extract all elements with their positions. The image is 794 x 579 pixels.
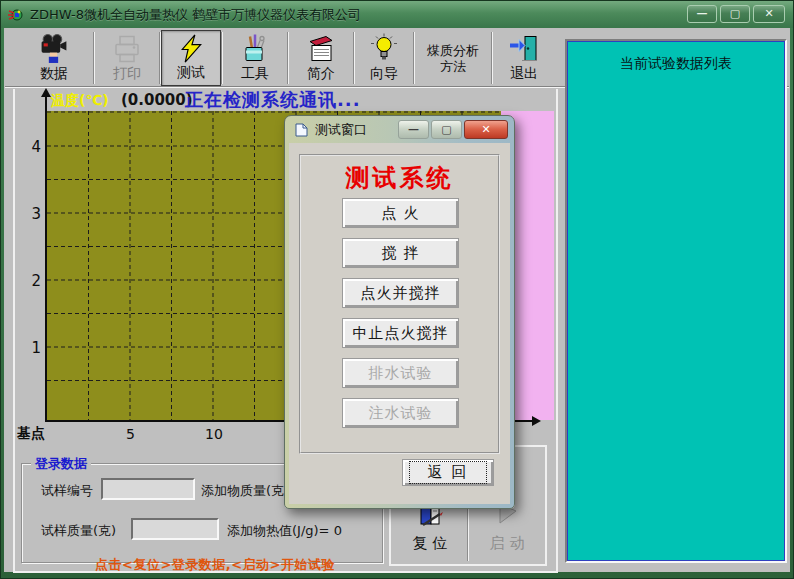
camera-icon — [37, 33, 71, 64]
window-title: ZDHW-8微机全自动量热仪 鹤壁市万博仪器仪表有限公司 — [30, 6, 361, 24]
drain-test-button[interactable]: 排水试验 — [342, 358, 459, 388]
sample-mass-input[interactable] — [131, 518, 219, 540]
app-window: ZDHW-8微机全自动量热仪 鹤壁市万博仪器仪表有限公司 — ▢ ✕ 数据 — [0, 0, 794, 579]
login-data-group-label: 登录数据 — [31, 455, 91, 473]
notebook-icon — [305, 33, 337, 64]
x-axis-arrow-icon — [532, 416, 541, 426]
dialog-minimize-button[interactable]: — — [398, 120, 429, 139]
tools-icon — [239, 33, 271, 64]
sample-number-label: 试样编号 — [41, 482, 93, 500]
y-tick-label: 4 — [23, 138, 41, 156]
app-icon — [8, 7, 24, 23]
maximize-icon: ▢ — [441, 123, 451, 136]
button-label: 排水试验 — [369, 364, 433, 383]
button-label: 点 火 — [382, 204, 420, 223]
lightning-icon — [176, 34, 206, 63]
printer-icon — [111, 33, 143, 64]
test-data-panel-surface: 当前试验数据列表 — [567, 41, 785, 561]
toolbar-button-print[interactable]: 打印 — [95, 30, 159, 86]
test-data-panel-title: 当前试验数据列表 — [568, 55, 784, 73]
temperature-value: (0.0000) — [121, 91, 193, 109]
test-data-panel: 当前试验数据列表 — [565, 39, 787, 563]
close-icon: ✕ — [481, 123, 490, 136]
test-dialog: 测试窗口 — ▢ ✕ 测试系统 点 火 搅 拌 点火并搅拌 中止点火搅拌 排水试… — [284, 115, 515, 509]
maximize-icon: ▢ — [730, 7, 740, 20]
minimize-icon: — — [408, 123, 419, 136]
y-axis-arrow-icon — [41, 88, 51, 97]
additive-heat-label: 添加物热值(J/g)= 0 — [227, 522, 342, 540]
toolbar-label-line2: 方法 — [440, 59, 466, 74]
exit-door-icon — [508, 33, 540, 64]
button-label: 注水试验 — [369, 404, 433, 423]
inject-water-test-button[interactable]: 注水试验 — [342, 398, 459, 428]
toolbar-button-test[interactable]: 测试 — [161, 30, 221, 86]
toolbar: 数据 打印 测试 — [15, 30, 555, 86]
maximize-button[interactable]: ▢ — [720, 5, 750, 23]
toolbar-button-tools[interactable]: 工具 — [223, 30, 287, 86]
toolbar-label: 测试 — [177, 64, 205, 82]
dialog-controls: — ▢ ✕ — [398, 120, 508, 139]
x-origin-label: 基点 — [17, 425, 45, 443]
dialog-document-icon — [294, 123, 309, 137]
button-label: 搅 拌 — [382, 244, 420, 263]
toolbar-button-coal-method[interactable]: 煤质分析 方法 — [415, 30, 491, 86]
toolbar-button-intro[interactable]: 简介 — [289, 30, 353, 86]
stir-button[interactable]: 搅 拌 — [342, 238, 459, 268]
titlebar[interactable]: ZDHW-8微机全自动量热仪 鹤壁市万博仪器仪表有限公司 — ▢ ✕ — [1, 1, 793, 28]
status-message: 正在检测系统通讯... — [185, 88, 361, 112]
toolbar-label: 简介 — [307, 65, 335, 83]
dialog-titlebar[interactable]: 测试窗口 — [294, 121, 367, 139]
x-tick-label: 5 — [126, 426, 135, 442]
sample-mass-label: 试样质量(克) — [41, 522, 116, 540]
return-button[interactable]: 返 回 — [402, 459, 494, 486]
minimize-button[interactable]: — — [687, 5, 717, 23]
dialog-maximize-button[interactable]: ▢ — [431, 120, 462, 139]
y-tick-label: 3 — [23, 205, 41, 223]
ignite-and-stir-button[interactable]: 点火并搅拌 — [342, 278, 459, 308]
toolbar-button-wizard[interactable]: 向导 — [355, 30, 413, 86]
toolbar-button-exit[interactable]: 退出 — [493, 30, 555, 86]
temperature-axis-label: 温度(℃) — [51, 92, 109, 110]
dialog-title: 测试窗口 — [315, 121, 367, 139]
y-tick-label: 2 — [23, 272, 41, 290]
toolbar-label: 打印 — [113, 65, 141, 83]
minimize-icon: — — [697, 7, 708, 20]
dialog-close-button[interactable]: ✕ — [464, 120, 508, 139]
toolbar-button-data[interactable]: 数据 — [15, 30, 93, 86]
toolbar-label: 退出 — [510, 65, 538, 83]
toolbar-label: 数据 — [40, 65, 68, 83]
ignite-button[interactable]: 点 火 — [342, 198, 459, 228]
close-button[interactable]: ✕ — [753, 5, 785, 23]
window-controls: — ▢ ✕ — [687, 5, 785, 23]
toolbar-label: 向导 — [370, 65, 398, 83]
stop-ignite-stir-button[interactable]: 中止点火搅拌 — [342, 318, 459, 348]
hint-text: 点击<复位>登录数据,<启动>开始试验 — [95, 556, 335, 574]
dialog-body: 测试系统 点 火 搅 拌 点火并搅拌 中止点火搅拌 排水试验 注水试验 返 回 — [289, 143, 510, 504]
y-tick-label: 1 — [23, 339, 41, 357]
reset-button-label: 复 位 — [413, 534, 448, 553]
close-icon: ✕ — [764, 7, 773, 20]
toolbar-label: 煤质分析 — [427, 43, 479, 58]
return-button-label: 返 回 — [409, 461, 488, 484]
sample-number-input[interactable] — [101, 478, 195, 500]
button-label: 中止点火搅拌 — [353, 324, 449, 343]
additive-mass-label: 添加物质量(克) — [201, 482, 289, 500]
start-button-label: 启 动 — [490, 534, 525, 553]
x-tick-label: 10 — [205, 426, 223, 442]
bulb-icon — [369, 33, 399, 64]
dialog-heading: 测试系统 — [289, 162, 510, 194]
y-axis-line — [45, 97, 47, 422]
button-label: 点火并搅拌 — [361, 284, 441, 303]
toolbar-label: 工具 — [241, 65, 269, 83]
